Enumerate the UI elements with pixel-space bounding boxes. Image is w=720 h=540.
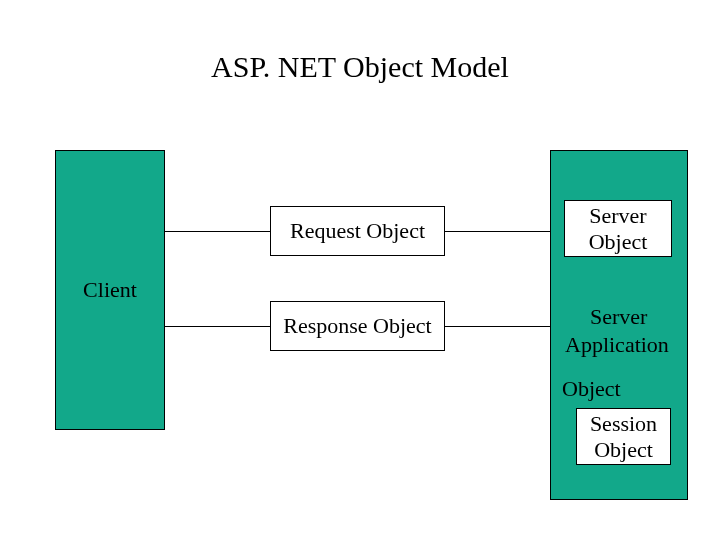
request-object-box: Request Object — [270, 206, 445, 256]
server-text: Server — [590, 304, 647, 330]
client-label: Client — [83, 277, 137, 302]
application-text: Application — [565, 332, 669, 358]
server-object-box: Server Object — [564, 200, 672, 257]
session-object-box: Session Object — [576, 408, 671, 465]
object-text: Object — [562, 376, 621, 402]
session-object-label: Session Object — [590, 411, 657, 462]
client-box: Client — [55, 150, 165, 430]
response-object-box: Response Object — [270, 301, 445, 351]
response-object-label: Response Object — [283, 313, 431, 338]
server-object-label: Server Object — [589, 203, 648, 254]
request-object-label: Request Object — [290, 218, 425, 243]
diagram-title: ASP. NET Object Model — [0, 50, 720, 84]
